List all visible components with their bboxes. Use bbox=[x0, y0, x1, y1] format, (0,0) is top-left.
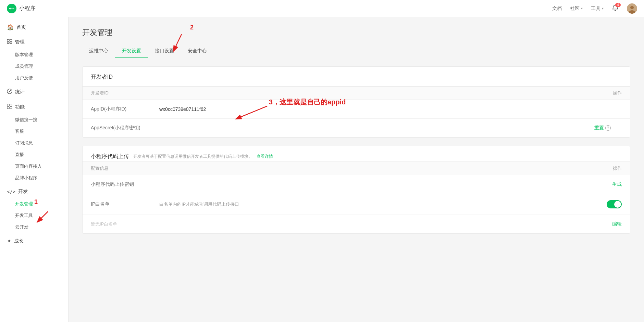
sidebar-section-manage: 管理 版本管理 成员管理 用户反馈 bbox=[0, 35, 68, 84]
sidebar-section-stats: 统计 bbox=[0, 85, 68, 99]
home-icon: 🏠 bbox=[7, 24, 14, 30]
no-ip-row: 暂无IP白名单 编辑 bbox=[83, 215, 630, 233]
tools-label: 工具 bbox=[591, 5, 600, 12]
svg-rect-16 bbox=[7, 104, 9, 106]
tab-ops[interactable]: 运维中心 bbox=[82, 44, 115, 58]
develop-icon: </> bbox=[7, 189, 15, 194]
svg-rect-19 bbox=[10, 107, 12, 109]
sidebar-label-develop: 开发 bbox=[18, 189, 28, 195]
community-label: 社区 bbox=[570, 5, 580, 12]
svg-point-3 bbox=[10, 8, 10, 9]
header-config-action: 操作 bbox=[594, 165, 622, 171]
ip-whitelist-controls bbox=[607, 200, 622, 208]
sidebar-item-cloud-dev[interactable]: 云开发 bbox=[0, 221, 68, 233]
header-dev-id: 开发者ID bbox=[91, 90, 594, 96]
code-upload-table-header: 配置信息 操作 bbox=[83, 162, 630, 175]
svg-rect-10 bbox=[7, 39, 9, 41]
svg-point-15 bbox=[9, 91, 10, 92]
appsecret-row: AppSecret(小程序密钥) 重置 ? bbox=[83, 119, 630, 137]
svg-point-4 bbox=[11, 8, 11, 9]
svg-point-2 bbox=[12, 8, 14, 9]
logo-text: 小程序 bbox=[19, 5, 36, 12]
sidebar-item-member-manage[interactable]: 成员管理 bbox=[0, 61, 68, 72]
sidebar-item-live[interactable]: 直播 bbox=[0, 149, 68, 160]
appsecret-action[interactable]: 重置 ? bbox=[594, 125, 622, 131]
growth-icon: ✦ bbox=[7, 238, 11, 244]
toggle-knob bbox=[614, 201, 621, 208]
topnav: 小程序 文档 社区 ▾ 工具 ▾ 4 bbox=[0, 0, 644, 17]
topnav-right: 文档 社区 ▾ 工具 ▾ 4 bbox=[552, 3, 637, 14]
sidebar-section-develop: </> 开发 开发管理 开发工具 云开发 bbox=[0, 185, 68, 233]
ip-whitelist-tip: 白名单内的IP才能成功调用代码上传接口 bbox=[159, 202, 239, 207]
sidebar-item-growth[interactable]: ✦ 成长 bbox=[0, 234, 68, 248]
ip-whitelist-toggle[interactable] bbox=[607, 200, 622, 208]
sidebar-label-manage: 管理 bbox=[15, 39, 25, 45]
sidebar-item-version-manage[interactable]: 版本管理 bbox=[0, 49, 68, 61]
tabs: 运维中心 开发设置 接口设置 安全中心 bbox=[82, 44, 630, 58]
upload-key-row: 小程序代码上传密钥 生成 bbox=[83, 175, 630, 194]
sidebar-label-growth: 成长 bbox=[14, 238, 24, 244]
svg-point-8 bbox=[630, 6, 634, 9]
svg-rect-11 bbox=[10, 39, 12, 41]
ip-whitelist-label: IP白名单 bbox=[91, 201, 159, 207]
upload-key-label: 小程序代码上传密钥 bbox=[91, 181, 159, 188]
svg-rect-13 bbox=[10, 42, 12, 43]
developer-id-title: 开发者ID bbox=[83, 67, 630, 86]
sidebar-item-develop[interactable]: </> 开发 bbox=[0, 185, 68, 198]
page-title: 开发管理 bbox=[82, 27, 630, 38]
community-chevron: ▾ bbox=[581, 7, 583, 10]
tab-dev-settings[interactable]: 开发设置 bbox=[115, 44, 148, 58]
logo[interactable]: 小程序 bbox=[7, 4, 36, 13]
sidebar-item-home[interactable]: 🏠 首页 bbox=[0, 21, 68, 34]
avatar-icon bbox=[627, 3, 637, 14]
appid-label: AppID(小程序ID) bbox=[91, 106, 159, 112]
sidebar-item-user-feedback[interactable]: 用户反馈 bbox=[0, 72, 68, 84]
header-config-info: 配置信息 bbox=[91, 165, 594, 171]
developer-id-section: 开发者ID 开发者ID 操作 AppID(小程序ID) wx0cc0739e07… bbox=[82, 66, 630, 138]
edit-ip-button[interactable]: 编辑 bbox=[594, 221, 622, 227]
sidebar-label-stats: 统计 bbox=[15, 89, 25, 95]
sidebar-item-brand-mini[interactable]: 品牌小程序 bbox=[0, 172, 68, 184]
code-upload-desc: 开发者可基于配置信息调用微信开发者工具提供的代码上传模块。 bbox=[133, 154, 252, 159]
generate-button[interactable]: 生成 bbox=[594, 181, 622, 188]
sidebar-section-features: 功能 微信搜一搜 客服 订阅消息 直播 页面内容接入 品牌小程序 bbox=[0, 100, 68, 184]
sidebar-item-wechat-search[interactable]: 微信搜一搜 bbox=[0, 114, 68, 126]
appsecret-label: AppSecret(小程序密钥) bbox=[91, 125, 159, 131]
docs-link[interactable]: 文档 bbox=[552, 5, 562, 12]
no-ip-label: 暂无IP白名单 bbox=[91, 221, 159, 227]
sidebar-item-dev-tools[interactable]: 开发工具 bbox=[0, 210, 68, 221]
community-dropdown[interactable]: 社区 ▾ bbox=[570, 5, 583, 12]
sidebar-section-home: 🏠 首页 bbox=[0, 21, 68, 34]
sidebar-item-dev-manage[interactable]: 开发管理 bbox=[0, 198, 68, 210]
sidebar-item-subscribe-msg[interactable]: 订阅消息 bbox=[0, 137, 68, 149]
tab-api-settings[interactable]: 接口设置 bbox=[148, 44, 181, 58]
svg-point-6 bbox=[13, 8, 14, 9]
sidebar-item-stats[interactable]: 统计 bbox=[0, 85, 68, 99]
sidebar-item-manage[interactable]: 管理 bbox=[0, 35, 68, 49]
sidebar-item-customer-service[interactable]: 客服 bbox=[0, 126, 68, 137]
notification-bell[interactable]: 4 bbox=[612, 4, 619, 12]
svg-rect-17 bbox=[10, 104, 12, 106]
sidebar-item-page-content[interactable]: 页面内容接入 bbox=[0, 160, 68, 172]
svg-point-1 bbox=[9, 8, 12, 9]
code-upload-link[interactable]: 查看详情 bbox=[257, 154, 273, 159]
manage-icon bbox=[7, 39, 12, 46]
sidebar-label-features: 功能 bbox=[15, 104, 25, 110]
sidebar-item-features[interactable]: 功能 bbox=[0, 100, 68, 114]
code-upload-label: 小程序代码上传 bbox=[91, 153, 129, 160]
reset-label: 重置 bbox=[594, 125, 604, 131]
main-content: 开发管理 运维中心 开发设置 接口设置 安全中心 开发者ID 开发者ID 操作 … bbox=[69, 17, 644, 322]
reset-button[interactable]: 重置 ? bbox=[594, 125, 622, 131]
ip-whitelist-desc: 白名单内的IP才能成功调用代码上传接口 bbox=[159, 201, 607, 207]
user-avatar[interactable] bbox=[627, 3, 637, 14]
sidebar: 🏠 首页 管理 版本管理 成员管理 用户反馈 统计 bbox=[0, 17, 69, 322]
tab-security[interactable]: 安全中心 bbox=[181, 44, 214, 58]
tools-dropdown[interactable]: 工具 ▾ bbox=[591, 5, 604, 12]
help-icon[interactable]: ? bbox=[605, 125, 611, 131]
ip-whitelist-row: IP白名单 白名单内的IP才能成功调用代码上传接口 bbox=[83, 194, 630, 215]
svg-point-0 bbox=[7, 4, 16, 13]
logo-icon bbox=[7, 4, 16, 13]
tools-chevron: ▾ bbox=[602, 7, 604, 10]
features-icon bbox=[7, 104, 12, 111]
appid-row: AppID(小程序ID) wx0cc0739e07111f62 bbox=[83, 100, 630, 119]
